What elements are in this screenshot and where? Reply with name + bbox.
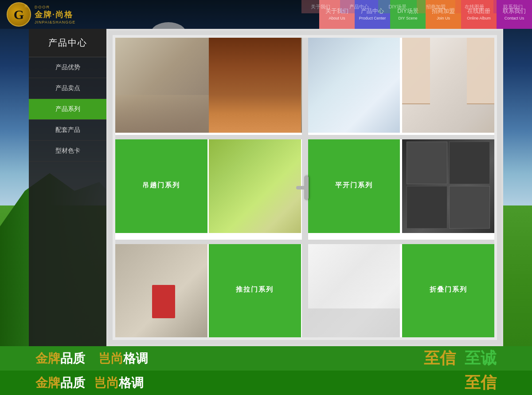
footer-white-2: 格调 [123,350,148,367]
footer-tagline: 金牌 品质 岂尚 格调 至信 至诚 [0,346,532,371]
cell-r2c4[interactable] [402,137,494,233]
sidebar-item-secai[interactable]: 型材色卡 [29,141,106,162]
cell-img-outdoor [209,137,301,233]
footer-bottom-gold-1: 金牌 [35,375,60,391]
cell-img-red-chair [115,242,207,337]
footer-cheng: 至诚 [465,348,497,369]
main-content: 产品中心 产品优势 产品卖点 产品系列 配套产品 型材色卡 [29,29,503,346]
top-nav-about[interactable]: 关于我们 [301,0,340,13]
sliding-door-text: 推拉门系列 [236,285,274,294]
sidebar-item-xilie[interactable]: 产品系列 [29,99,106,120]
cell-hanging-door-label[interactable]: 吊趟门系列 [115,137,207,233]
cell-r3c3[interactable] [308,242,400,337]
horizontal-divider-1 [115,135,494,139]
cell-folding-door-label[interactable]: 折叠门系列 [402,242,494,337]
top-nav-product[interactable]: 产品中心 [340,0,379,13]
cell-img-white-interior [308,242,400,337]
cell-casement-door-label[interactable]: 平开门系列 [308,137,400,233]
sidebar: 产品中心 产品优势 产品卖点 产品系列 配套产品 型材色卡 [29,29,106,346]
cell-r1c3[interactable] [308,38,400,133]
top-nav-mini: 关于我们 产品中心 DIY场景 招商加盟 在线图册 联系我们 [301,0,532,13]
logo-brand-cn: 金牌·尚格 [35,9,75,20]
casement-door-text: 平开门系列 [335,181,373,190]
hanging-door-text: 吊趟门系列 [142,181,180,190]
door-handle-bar [296,186,309,190]
footer-xin: 至信 [424,348,456,369]
footer-right-chars: 至信 至诚 [424,348,497,369]
sidebar-item-peitao[interactable]: 配套产品 [29,120,106,141]
top-nav-album[interactable]: 在线图册 [455,0,494,13]
folding-door-text: 折叠门系列 [430,285,467,294]
cell-img-dark-window [402,137,494,233]
logo-area: G R DOOR 金牌·尚格 JINPAI&SHANGGE [0,0,124,29]
cell-img-glass-room [308,38,400,133]
footer-bottom-tagline: 金牌 品质 岂尚 格调 至信 [0,371,532,395]
footer: 金牌 品质 岂尚 格调 至信 至诚 金牌 品质 岂尚 格调 至信 [0,346,532,395]
horizontal-divider-2 [115,240,494,244]
footer-bottom-right: 至信 [465,372,497,394]
cell-r1c4[interactable] [402,38,494,133]
logo-door-label: DOOR [35,5,75,9]
product-grid-area: 吊趟门系列 平开门系列 推拉门系列 [106,29,503,346]
sidebar-title: 产品中心 [29,29,106,57]
top-nav-join[interactable]: 招商加盟 [417,0,455,13]
logo-letter: G [14,7,24,22]
footer-bottom-white-1: 品质 [60,375,85,391]
footer-bottom-white-2: 格调 [119,375,144,391]
cell-r1c2[interactable] [209,38,301,133]
top-nav-diy[interactable]: DIY场景 [378,0,417,13]
cell-img-wood-door [209,38,301,133]
logo-pinyin: JINPAI&SHANGGE [35,20,75,24]
sidebar-item-youshi[interactable]: 产品优势 [29,57,106,78]
cell-img-curtain-room [402,38,494,133]
cell-sliding-door-label[interactable]: 推拉门系列 [209,242,301,337]
sidebar-item-maidian[interactable]: 产品卖点 [29,78,106,99]
footer-gold-2: 岂尚 [98,350,123,367]
logo-superscript: R [25,4,28,8]
footer-bottom-gold-2: 岂尚 [94,375,119,391]
top-nav-contact[interactable]: 联系我们 [493,0,532,13]
logo-text: DOOR 金牌·尚格 JINPAI&SHANGGE [35,5,75,24]
footer-bottom-xin: 至信 [465,373,497,391]
logo-icon: G R [7,2,31,27]
footer-gold-1: 金牌 [35,350,60,367]
footer-white-1: 品质 [60,350,85,367]
cell-r2c2[interactable] [209,137,301,233]
cell-r3c1[interactable] [115,242,207,337]
